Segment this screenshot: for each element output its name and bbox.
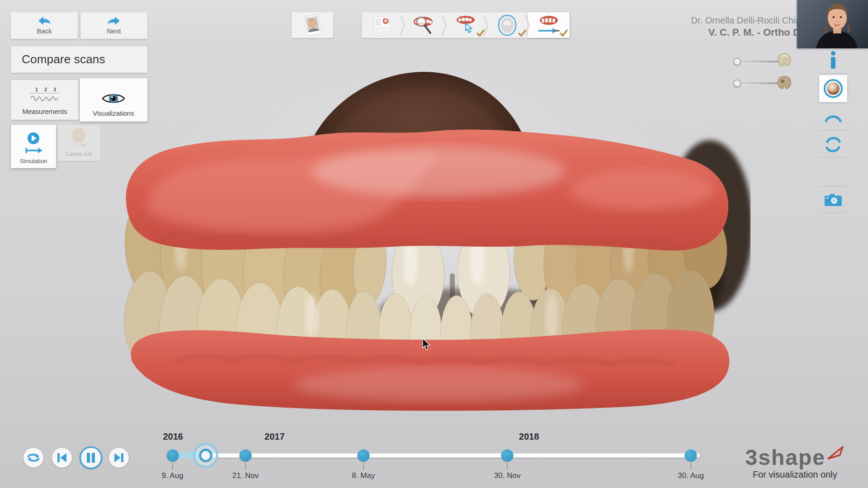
timeline-tick — [245, 463, 246, 470]
timeline-scan-point[interactable] — [501, 450, 514, 462]
timeline-scan-point[interactable] — [166, 450, 179, 462]
arc-icon — [824, 113, 842, 122]
page-title: Compare scans — [22, 52, 105, 66]
view-mode-button[interactable] — [819, 75, 847, 102]
timeline-tick — [507, 463, 508, 470]
next-arrow-icon — [107, 16, 121, 25]
logo-text: 3shape — [745, 447, 826, 469]
timeline-date-label: 9. Aug — [161, 471, 183, 480]
scan-edit-hand-icon — [453, 14, 478, 36]
doctor-name: Dr. Ornella Delli-Rocili Chiab — [571, 15, 806, 26]
workflow-step-model-quality[interactable] — [486, 12, 528, 38]
info-icon — [830, 51, 837, 69]
timeline-year-label: 2017 — [264, 432, 285, 442]
back-button[interactable]: Back — [11, 12, 78, 39]
teeth-3d-model[interactable] — [122, 63, 750, 411]
info-button[interactable] — [819, 49, 847, 70]
workflow-step-scan-editing[interactable] — [445, 12, 486, 38]
presenter-person — [797, 0, 868, 48]
svg-text:2: 2 — [44, 87, 47, 92]
slider-handle[interactable] — [733, 80, 741, 87]
timeline-current-marker[interactable] — [193, 443, 218, 468]
skip-start-icon — [57, 452, 67, 463]
toolbar-divider — [819, 130, 847, 131]
timeline-scan-point[interactable] — [357, 450, 369, 462]
arc-view-button[interactable] — [819, 108, 847, 127]
timeline-scan-point[interactable] — [239, 450, 251, 462]
timeline-date-label: 30. Aug — [678, 471, 704, 480]
loop-button[interactable] — [24, 448, 43, 468]
tab-label: Visualizations — [93, 109, 134, 117]
tooth-model-icon — [497, 14, 518, 37]
svg-text:3: 3 — [53, 87, 56, 92]
loop-icon — [27, 452, 40, 463]
tab-label: Measurements — [22, 108, 67, 115]
step-separator-chevron — [400, 15, 406, 35]
toolbar-divider — [819, 73, 847, 74]
toolbar-divider — [819, 186, 847, 187]
compare-scans-icon — [536, 14, 561, 36]
timeline-tick — [363, 463, 364, 470]
step-separator-chevron — [442, 15, 447, 35]
reset-rotation-button[interactable] — [819, 134, 847, 155]
upper-jaw-icon — [777, 53, 792, 67]
timeline-scan-point[interactable] — [685, 450, 697, 462]
caries-tooth-icon — [70, 128, 88, 148]
pause-button[interactable] — [80, 446, 102, 469]
scan-magnifier-icon — [411, 14, 437, 36]
upper-jaw-opacity-slider[interactable] — [733, 52, 792, 70]
lower-jaw-icon — [777, 75, 792, 90]
step-separator-chevron — [525, 15, 530, 35]
timeline-marker-handle[interactable] — [199, 449, 212, 462]
next-button[interactable]: Next — [80, 12, 147, 39]
skip-end-icon — [113, 452, 124, 463]
clinic-name: V. C. P. M. - Ortho De — [571, 27, 806, 38]
skip-to-end-button[interactable] — [109, 448, 129, 468]
timeline[interactable]: 2016 2017 2018 9. Aug 21. Nov 8. May 30.… — [171, 453, 700, 458]
simulation-label: Simulation — [20, 158, 47, 164]
timeline-date-label: 21. Nov — [232, 471, 259, 480]
simulation-button[interactable]: Simulation — [11, 125, 56, 168]
toolbar-divider — [819, 157, 847, 158]
timeline-tick — [172, 463, 173, 470]
page-title-panel: Compare scans — [11, 46, 147, 73]
rotate-icon — [825, 136, 842, 154]
camera-icon — [824, 193, 842, 206]
workflow-step-compare-scans[interactable] — [528, 12, 570, 38]
tab-visualizations[interactable]: Visualizations — [80, 78, 147, 122]
step-separator-chevron — [483, 15, 489, 35]
caries-aid-label: Caries Aid — [65, 150, 92, 157]
branding: 3shape For visualization only — [745, 447, 844, 480]
screenshot-button[interactable] — [819, 190, 847, 210]
measurements-teeth-123-icon: 1 2 3 — [28, 86, 61, 104]
back-label: Back — [37, 27, 52, 35]
caries-aid-button[interactable]: Caries Aid — [57, 125, 100, 161]
timeline-date-label: 8. May — [352, 471, 375, 480]
tab-measurements[interactable]: 1 2 3 Measurements — [11, 80, 79, 120]
timeline-date-label: 30. Nov — [494, 471, 521, 480]
pause-icon — [86, 452, 96, 463]
eye-icon — [102, 91, 125, 106]
workflow-step-scan-inspection[interactable] — [403, 12, 445, 38]
svg-text:1: 1 — [35, 87, 38, 92]
step-check-icon — [560, 29, 568, 37]
workflow-step-patient-records[interactable] — [362, 12, 403, 38]
timeline-year-label: 2018 — [519, 432, 539, 442]
next-label: Next — [107, 27, 121, 35]
patient-photo-button[interactable] — [292, 12, 333, 38]
slider-handle[interactable] — [733, 58, 741, 66]
logo-tagline: For visualization only — [745, 469, 844, 480]
patient-form-icon — [371, 15, 394, 36]
back-arrow-icon — [38, 16, 51, 25]
play-simulation-icon — [24, 131, 43, 155]
timeline-tick — [690, 463, 691, 470]
lower-jaw-opacity-slider[interactable] — [733, 74, 792, 92]
logo-triangle-icon — [826, 445, 844, 460]
doctor-info: Dr. Ornella Delli-Rocili Chiab V. C. P. … — [571, 15, 806, 38]
workflow-steps-bar — [362, 12, 570, 38]
toolbar-divider — [819, 212, 847, 213]
timeline-year-label: 2016 — [163, 432, 183, 442]
webcam-video-overlay[interactable] — [797, 0, 868, 48]
skip-to-start-button[interactable] — [52, 448, 72, 468]
patient-photo-thumbnail — [301, 14, 324, 37]
